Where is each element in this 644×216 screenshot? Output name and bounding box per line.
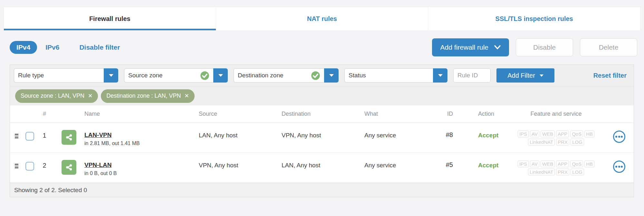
rule-destination: LAN, Any host xyxy=(274,153,357,169)
disable-filter-link[interactable]: Disable filter xyxy=(79,44,120,51)
header-action: Action xyxy=(457,111,508,117)
row-more-menu-icon[interactable] xyxy=(613,161,625,173)
row-number: 1 xyxy=(36,123,53,139)
rule-type-dropdown-label: Rule type xyxy=(18,72,44,79)
destination-zone-dropdown[interactable]: Destination zone xyxy=(234,68,339,83)
rule-type-share-icon xyxy=(62,130,76,145)
rule-name-link[interactable]: LAN-VPN xyxy=(84,132,140,139)
filter-chip-label: Source zone : LAN, VPN xyxy=(21,93,84,99)
tab-ssl-tls-inspection-rules[interactable]: SSL/TLS inspection rules xyxy=(428,7,640,30)
check-circle-icon xyxy=(200,71,209,80)
firewall-rules-page: Firewall rules NAT rules SSL/TLS inspect… xyxy=(0,0,644,216)
row-checkbox[interactable] xyxy=(25,162,34,171)
source-zone-dropdown-button[interactable] xyxy=(213,68,228,83)
feature-badges: IPS AV WEB APP QoS HB LinkedNAT PRX LOG xyxy=(508,123,604,145)
drag-handle-icon xyxy=(15,134,18,138)
triangle-down-icon xyxy=(438,74,443,77)
filter-bar: Rule type Source zone Destination zon xyxy=(10,65,634,86)
rule-what: Any service xyxy=(357,153,435,169)
add-filter-label: Add Filter xyxy=(507,72,535,79)
remove-chip-icon[interactable]: ✕ xyxy=(184,93,189,99)
rule-id: #5 xyxy=(435,153,457,169)
drag-handle[interactable] xyxy=(10,123,23,138)
chevron-down-icon xyxy=(494,45,501,50)
feature-badges: IPS AV WEB APP QoS HB LinkedNAT PRX LOG xyxy=(508,153,604,175)
row-more-menu-icon[interactable] xyxy=(613,131,625,143)
status-dropdown-button[interactable] xyxy=(433,68,447,83)
table-summary: Showing 2 of 2. Selected 0 xyxy=(14,187,87,194)
add-firewall-rule-button[interactable]: Add firewall rule xyxy=(432,38,509,56)
feature-badge: QoS xyxy=(570,131,583,137)
rule-destination: VPN, Any host xyxy=(274,123,357,139)
feature-badge: APP xyxy=(556,131,569,137)
rule-id: #8 xyxy=(435,123,457,139)
feature-badge: LOG xyxy=(571,169,584,175)
header-number: # xyxy=(36,111,53,117)
header-source: Source xyxy=(192,111,274,117)
table-row: 2 VPN-LAN in 0 B, out 0 B VPN, Any host … xyxy=(10,153,634,183)
destination-zone-dropdown-label: Destination zone xyxy=(238,72,284,79)
rule-source: LAN, Any host xyxy=(192,123,274,139)
table-header-row: # Name Source Destination What ID Action… xyxy=(10,105,634,123)
tab-nat-rules[interactable]: NAT rules xyxy=(216,7,428,30)
feature-badge: PRX xyxy=(556,169,569,175)
rule-traffic: in 0 B, out 0 B xyxy=(84,171,117,176)
disable-button[interactable]: Disable xyxy=(516,38,573,56)
ipv4-toggle[interactable]: IPv4 xyxy=(10,41,37,54)
header-id: ID xyxy=(435,111,457,117)
rule-traffic: in 2.81 MB, out 1.41 MB xyxy=(84,141,140,146)
rule-id-input[interactable] xyxy=(453,68,491,83)
row-number: 2 xyxy=(36,153,53,169)
destination-zone-dropdown-button[interactable] xyxy=(324,68,339,83)
toolbar: IPv4 IPv6 Disable filter Add firewall ru… xyxy=(10,30,637,64)
check-circle-icon xyxy=(311,71,320,80)
ipv6-toggle[interactable]: IPv6 xyxy=(45,44,59,51)
drag-handle[interactable] xyxy=(10,153,23,168)
triangle-down-icon xyxy=(218,74,223,77)
reset-filter-link[interactable]: Reset filter xyxy=(593,72,630,79)
feature-badge: LinkedNAT xyxy=(528,139,555,145)
drag-handle-icon xyxy=(15,164,18,168)
feature-badge: WEB xyxy=(541,131,555,137)
row-checkbox[interactable] xyxy=(25,132,34,141)
tab-firewall-rules[interactable]: Firewall rules xyxy=(4,7,216,30)
feature-badge: IPS xyxy=(518,161,529,167)
triangle-down-icon xyxy=(109,74,113,77)
feature-badge: AV xyxy=(530,131,539,137)
feature-badge: QoS xyxy=(570,161,583,167)
filter-chip-source-zone: Source zone : LAN, VPN ✕ xyxy=(15,89,98,103)
rule-action: Accept xyxy=(457,123,508,139)
triangle-down-icon xyxy=(540,74,543,77)
feature-badge: IPS xyxy=(518,131,529,137)
rule-source: VPN, Any host xyxy=(192,153,274,169)
add-filter-button[interactable]: Add Filter xyxy=(496,68,554,83)
delete-button[interactable]: Delete xyxy=(580,38,637,56)
feature-badge: APP xyxy=(556,161,569,167)
filter-chip-label: Destination zone : LAN, VPN xyxy=(106,93,181,99)
remove-chip-icon[interactable]: ✕ xyxy=(88,93,92,99)
add-firewall-rule-label: Add firewall rule xyxy=(440,44,488,51)
feature-badge: HB xyxy=(584,161,594,167)
rule-action: Accept xyxy=(457,153,508,169)
source-zone-dropdown-label: Source zone xyxy=(128,72,163,79)
feature-badge: WEB xyxy=(541,161,555,167)
rule-type-dropdown[interactable]: Rule type xyxy=(14,68,118,83)
rule-what: Any service xyxy=(357,123,435,139)
rule-type-dropdown-button[interactable] xyxy=(104,68,118,83)
rules-tab-bar: Firewall rules NAT rules SSL/TLS inspect… xyxy=(4,7,640,30)
status-dropdown-label: Status xyxy=(349,72,366,79)
status-dropdown[interactable]: Status xyxy=(344,68,447,83)
table-footer: Showing 2 of 2. Selected 0 xyxy=(10,183,634,197)
feature-badge: HB xyxy=(584,131,594,137)
feature-badge: PRX xyxy=(556,139,569,145)
rule-name-link[interactable]: VPN-LAN xyxy=(84,162,117,169)
header-destination: Destination xyxy=(274,111,357,117)
triangle-down-icon xyxy=(329,74,334,77)
rules-panel: Rule type Source zone Destination zon xyxy=(10,64,634,197)
source-zone-dropdown[interactable]: Source zone xyxy=(124,68,228,83)
header-name: Name xyxy=(53,111,192,117)
feature-badge: AV xyxy=(530,161,539,167)
header-feature-and-service: Feature and service xyxy=(508,111,604,117)
feature-badge: LOG xyxy=(571,139,584,145)
feature-badge: LinkedNAT xyxy=(528,169,555,175)
